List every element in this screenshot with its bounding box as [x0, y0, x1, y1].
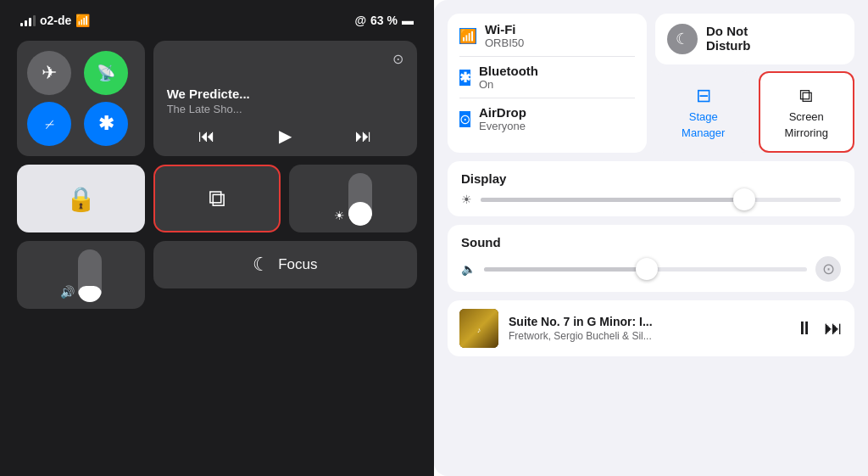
bt-icon-circle: ✱: [459, 70, 470, 86]
music-info: We Predicte... The Late Sho...: [167, 70, 403, 115]
airplay-icon[interactable]: ⊙: [392, 51, 403, 67]
lock-rotation-button[interactable]: 🔒: [17, 165, 145, 232]
album-art-svg: ♪: [459, 309, 498, 348]
brightness-fill: [348, 202, 372, 226]
now-playing-block: ⊙ We Predicte... The Late Sho... ⏮ ▶ ⏭: [153, 41, 417, 156]
battery-icon: ▬: [402, 14, 414, 27]
wifi-subtitle: ORBI50: [485, 36, 524, 49]
display-slider-section: Display ☀: [448, 161, 854, 216]
airdrop-icon-circle: ⊙: [459, 111, 470, 127]
focus-moon-icon: ☾: [253, 254, 270, 276]
focus-label: Focus: [278, 256, 317, 273]
skip-next-button[interactable]: ⏭: [824, 317, 843, 339]
screen-mirroring-label: Screen: [789, 110, 824, 123]
brightness-low-icon: ☀: [461, 193, 472, 206]
dnd-button[interactable]: ☾ Do Not Disturb: [655, 14, 854, 64]
focus-button[interactable]: ☾ Focus: [153, 241, 417, 288]
wifi-info: Wi-Fi ORBI50: [485, 22, 524, 49]
sound-slider-row: 🔈 ⊙: [461, 256, 841, 282]
display-slider-fill: [481, 198, 751, 202]
wifi-button[interactable]: ⌿: [27, 102, 71, 146]
wifi-status-icon: 📶: [75, 14, 90, 27]
brightness-slider-block[interactable]: ☀: [289, 165, 417, 232]
top-controls-row: 📶 Wi-Fi ORBI50 ✱ Bluetooth On: [448, 14, 854, 153]
bluetooth-subtitle: On: [479, 78, 538, 91]
status-left: o2-de 📶: [20, 14, 90, 27]
display-slider-row: ☀: [461, 193, 841, 206]
status-right: @ 63 % ▬: [354, 14, 414, 27]
volume-slider-block[interactable]: 🔊: [17, 241, 145, 309]
left-control-center: o2-de 📶 @ 63 % ▬ ✈ 📡 ⌿ ✱: [0, 0, 434, 476]
lock-rotation-icon: 🔒: [66, 185, 96, 213]
screen-mirroring-button[interactable]: ⧉ Screen Mirroring: [759, 71, 855, 153]
pause-button[interactable]: ⏸: [795, 317, 814, 339]
control-center-grid: ✈ 📡 ⌿ ✱ ⊙ We Predicte... The Late Sho...…: [17, 41, 417, 309]
cellular-button[interactable]: 📡: [84, 51, 128, 95]
divider: [459, 56, 635, 57]
right-control-center: 📶 Wi-Fi ORBI50 ✱ Bluetooth On: [434, 0, 868, 476]
sound-slider-section: Sound 🔈 ⊙: [448, 225, 854, 292]
now-playing-section: ♪ Suite No. 7 in G Minor: I... Fretwork,…: [448, 300, 854, 356]
airdrop-icon: ⊙: [459, 112, 470, 126]
now-playing-info: Suite No. 7 in G Minor: I... Fretwork, S…: [509, 315, 785, 342]
stage-manager-label: Stage: [689, 110, 718, 123]
bluetooth-info: Bluetooth On: [479, 64, 538, 91]
wifi-item[interactable]: 📶 Wi-Fi ORBI50: [459, 22, 635, 49]
location-icon: @: [354, 14, 366, 27]
dnd-title2: Disturb: [706, 38, 843, 53]
volume-icon-bottom: 🔊: [60, 285, 75, 299]
bluetooth-item[interactable]: ✱ Bluetooth On: [459, 64, 635, 91]
status-bar: o2-de 📶 @ 63 % ▬: [17, 14, 417, 27]
stage-manager-button[interactable]: ⊟ Stage Manager: [655, 71, 752, 153]
right-action-group: ☾ Do Not Disturb ⊟ Stage Manager ⧉ Scree…: [655, 14, 854, 153]
music-controls: ⏮ ▶ ⏭: [167, 126, 403, 146]
stage-manager-label2: Manager: [682, 126, 725, 139]
wifi-icon: ⌿: [44, 113, 55, 135]
battery-percent: 63 %: [370, 14, 398, 27]
carrier-label: o2-de: [40, 14, 71, 27]
airplane-mode-button[interactable]: ✈: [27, 51, 71, 95]
music-subtitle: The Late Sho...: [167, 103, 403, 115]
dnd-title: Do Not: [706, 24, 843, 38]
sound-slider[interactable]: [484, 267, 807, 272]
now-playing-artist: Fretwork, Sergio Bucheli & Sil...: [509, 330, 785, 342]
display-slider[interactable]: [481, 198, 841, 202]
sound-slider-fill: [484, 267, 646, 272]
svg-text:♪: ♪: [477, 326, 481, 334]
bluetooth-title: Bluetooth: [479, 64, 538, 78]
mirror-icon: ⧉: [209, 185, 225, 213]
wifi-icon-circle: 📶: [459, 28, 476, 44]
volume-low-icon: 🔈: [461, 262, 476, 276]
dnd-icon: ☾: [676, 30, 689, 48]
stage-mirror-row: ⊟ Stage Manager ⧉ Screen Mirroring: [655, 71, 854, 153]
stage-manager-icon: ⊟: [696, 85, 711, 107]
bluetooth-icon: ✱: [98, 113, 114, 135]
prev-button[interactable]: ⏮: [198, 126, 215, 146]
screen-mirror-button[interactable]: ⧉: [153, 165, 281, 232]
airplane-icon: ✈: [42, 62, 57, 84]
wifi-icon: 📶: [459, 29, 476, 43]
divider2: [459, 98, 635, 98]
airdrop-item[interactable]: ⊙ AirDrop Everyone: [459, 105, 635, 132]
airplay-audio-icon[interactable]: ⊙: [815, 256, 841, 282]
airdrop-subtitle: Everyone: [479, 120, 526, 132]
airdrop-info: AirDrop Everyone: [479, 105, 526, 132]
volume-fill: [78, 286, 102, 302]
wifi-title: Wi-Fi: [485, 22, 524, 36]
album-art: ♪: [459, 309, 498, 348]
signal-bars: [20, 15, 36, 26]
display-slider-thumb[interactable]: [733, 188, 755, 210]
connectivity-block: ✈ 📡 ⌿ ✱: [17, 41, 145, 156]
next-button[interactable]: ⏭: [355, 126, 372, 146]
airdrop-title: AirDrop: [479, 105, 526, 120]
volume-slider[interactable]: [78, 249, 102, 302]
sound-slider-thumb[interactable]: [636, 258, 658, 280]
screen-mirroring-label2: Mirroring: [785, 126, 828, 139]
brightness-slider[interactable]: [348, 173, 372, 226]
bluetooth-button[interactable]: ✱: [84, 102, 128, 146]
play-button[interactable]: ▶: [279, 126, 292, 146]
sound-title: Sound: [461, 235, 841, 249]
brightness-icon-bottom: ☀: [334, 209, 345, 222]
connectivity-group: 📶 Wi-Fi ORBI50 ✱ Bluetooth On: [448, 14, 647, 153]
music-title: We Predicte...: [167, 87, 403, 101]
